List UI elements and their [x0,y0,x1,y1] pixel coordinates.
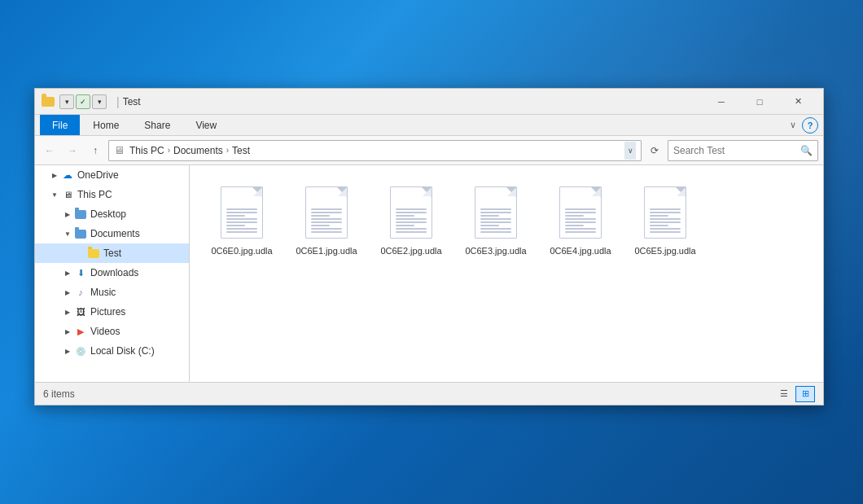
close-button[interactable]: ✕ [779,89,817,115]
expand-music[interactable]: ▶ [61,286,74,299]
file-item[interactable]: 0C6E4.jpg.udla [541,178,620,261]
sidebar-item-this-pc[interactable]: ▼ 🖥 This PC [35,185,189,204]
list-view-button[interactable]: ☰ [774,386,794,402]
expand-videos[interactable]: ▶ [61,325,74,338]
sidebar: ▶ ☁ OneDrive ▼ 🖥 This PC ▶ Des [35,165,190,382]
search-box[interactable]: 🔍 [668,140,818,161]
quick-access-btn-1[interactable]: ▾ [59,94,74,109]
status-bar: 6 items ☰ ⊞ [35,382,823,405]
expand-pictures[interactable]: ▶ [61,305,74,318]
onedrive-icon: ☁ [61,169,74,182]
ribbon: File Home Share View ∨ ? [35,115,823,136]
file-name-4: 0C6E4.jpg.udla [550,245,611,256]
file-icon-1 [300,183,353,242]
breadcrumb-documents[interactable]: Documents [172,145,225,156]
title-separator: | [116,95,120,108]
file-item[interactable]: 0C6E5.jpg.udla [626,178,704,261]
file-item[interactable]: 0C6E0.jpg.udla [203,178,281,261]
refresh-button[interactable]: ⟳ [645,140,664,161]
documents-folder-icon [74,227,87,240]
navigation-bar: ← → ↑ 🖥 This PC › Documents › Test ∨ ⟳ 🔍 [35,136,823,165]
up-button[interactable]: ↑ [85,141,105,160]
local-disk-icon: 💿 [74,344,87,357]
breadcrumb-test[interactable]: Test [230,145,252,156]
expand-downloads[interactable]: ▶ [61,266,74,279]
this-pc-icon: 🖥 [61,188,74,201]
file-grid: 0C6E0.jpg.udla [190,165,823,382]
sidebar-label-music: Music [90,287,116,298]
back-button[interactable]: ← [40,141,59,160]
forward-button[interactable]: → [63,141,82,160]
file-icon-0 [216,183,268,242]
music-icon: ♪ [74,286,87,299]
expand-local-disk[interactable]: ▶ [61,344,74,357]
sidebar-item-test[interactable]: Test [35,243,189,263]
tab-file[interactable]: File [40,115,80,135]
file-explorer-window: ▾ ✓ ▾ | Test ─ □ ✕ File Home Share View … [34,88,824,405]
breadcrumb-sep-1: › [168,146,170,155]
file-name-1: 0C6E1.jpg.udla [296,245,357,256]
breadcrumb: This PC › Documents › Test [128,145,621,156]
maximize-button[interactable]: □ [741,89,778,115]
main-content: ▶ ☁ OneDrive ▼ 🖥 This PC ▶ Des [35,165,823,382]
sidebar-label-videos: Videos [90,326,120,337]
file-name-3: 0C6E3.jpg.udla [465,245,526,256]
sidebar-item-videos[interactable]: ▶ ▶ Videos [35,322,189,341]
window-icon [42,95,55,108]
view-buttons: ☰ ⊞ [774,386,815,402]
sidebar-label-test: Test [103,248,121,259]
window-controls: ─ □ ✕ [703,89,817,115]
address-bar[interactable]: 🖥 This PC › Documents › Test ∨ [108,140,642,161]
sidebar-item-pictures[interactable]: ▶ 🖼 Pictures [35,302,189,322]
file-name-5: 0C6E5.jpg.udla [634,245,695,256]
sidebar-item-desktop[interactable]: ▶ Desktop [35,204,189,224]
sidebar-label-this-pc: This PC [77,189,112,200]
file-icon-5 [639,183,691,242]
sidebar-label-onedrive: OneDrive [77,169,119,181]
expand-this-pc[interactable]: ▼ [48,188,61,201]
sidebar-label-local-disk: Local Disk (C:) [90,345,155,357]
sidebar-item-local-disk[interactable]: ▶ 💿 Local Disk (C:) [35,341,189,361]
ribbon-tabs: File Home Share View ∨ ? [35,115,823,135]
sidebar-item-music[interactable]: ▶ ♪ Music [35,283,189,302]
sidebar-label-documents: Documents [90,228,140,239]
test-folder-icon [87,247,100,260]
videos-icon: ▶ [74,325,87,338]
file-item[interactable]: 0C6E1.jpg.udla [287,178,366,261]
quick-access-btn-3[interactable]: ▾ [92,94,107,109]
sidebar-item-documents[interactable]: ▼ Documents [35,224,189,243]
item-count: 6 items [43,388,774,400]
ribbon-expand-btn[interactable]: ∨ [785,120,801,130]
pictures-icon: 🖼 [74,305,87,318]
window-title: Test [123,96,703,107]
quick-access-toolbar: ▾ ✓ ▾ [59,94,107,109]
file-item[interactable]: 0C6E3.jpg.udla [457,178,535,261]
sidebar-item-onedrive[interactable]: ▶ ☁ OneDrive [35,165,189,185]
breadcrumb-sep-2: › [226,146,229,155]
title-bar: ▾ ✓ ▾ | Test ─ □ ✕ [35,89,823,115]
sidebar-label-desktop: Desktop [90,208,126,220]
quick-access-btn-2[interactable]: ✓ [76,94,90,109]
minimize-button[interactable]: ─ [703,89,740,115]
tab-home[interactable]: Home [81,115,131,135]
ribbon-help-button[interactable]: ? [802,117,818,134]
sidebar-label-downloads: Downloads [90,267,138,278]
file-name-0: 0C6E0.jpg.udla [211,245,272,256]
file-icon-2 [385,183,437,242]
search-input[interactable] [673,145,797,156]
file-icon-4 [554,183,607,242]
breadcrumb-this-pc[interactable]: This PC [128,145,166,156]
expand-desktop[interactable]: ▶ [61,208,74,221]
search-icon[interactable]: 🔍 [800,145,813,156]
tab-share[interactable]: Share [132,115,182,135]
file-item[interactable]: 0C6E2.jpg.udla [372,178,450,261]
sidebar-item-downloads[interactable]: ▶ ⬇ Downloads [35,263,189,283]
file-area: 0C6E0.jpg.udla [190,165,823,382]
address-dropdown-button[interactable]: ∨ [624,142,636,160]
expand-documents[interactable]: ▼ [61,227,74,240]
file-name-2: 0C6E2.jpg.udla [380,245,441,256]
address-computer-icon: 🖥 [114,144,125,156]
expand-onedrive[interactable]: ▶ [48,169,61,182]
grid-view-button[interactable]: ⊞ [795,386,815,402]
tab-view[interactable]: View [183,115,229,135]
